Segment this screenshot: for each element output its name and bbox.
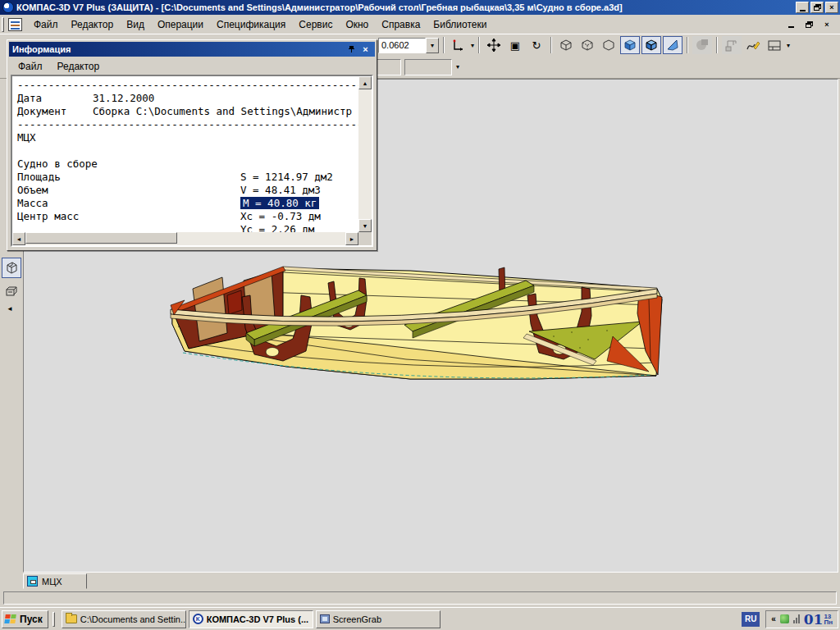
- kompas-app-icon: [2, 2, 14, 13]
- horizontal-scrollbar[interactable]: ◄ ►: [12, 232, 358, 245]
- task-screengrab[interactable]: ScreenGrab: [316, 610, 441, 628]
- tab-mcx[interactable]: МЦХ: [23, 573, 87, 589]
- selected-mass-value: M = 40.80 кг: [240, 197, 319, 209]
- menu-operations[interactable]: Операции: [151, 16, 210, 33]
- display-cutaway-button[interactable]: [663, 36, 682, 54]
- menu-service[interactable]: Сервис: [292, 16, 339, 33]
- collapse-arrow-icon[interactable]: ◄: [7, 305, 13, 313]
- pan-button[interactable]: [484, 36, 504, 54]
- display-hidden-removed-button[interactable]: [599, 36, 619, 54]
- properties-dropdown[interactable]: ▾: [787, 42, 790, 49]
- menu-specification[interactable]: Спецификация: [210, 16, 292, 33]
- report-row-center-y: Yc = 2.26 дм: [17, 223, 358, 232]
- report-row-mcx: МЦХ: [17, 131, 358, 144]
- scroll-left-icon[interactable]: ◄: [12, 232, 25, 245]
- information-text-area: ----------------------------------------…: [11, 75, 373, 247]
- taskbar: Пуск C:\Documents and Settin... К КОМПАС…: [0, 607, 840, 630]
- param-dropdown[interactable]: ▾: [456, 63, 459, 71]
- task-explorer[interactable]: C:\Documents and Settin...: [62, 610, 186, 628]
- pin-icon[interactable]: [345, 44, 358, 55]
- information-dialog-title: Информация: [12, 44, 71, 54]
- report-row-area: ПлощадьS = 1214.97 дм2: [17, 171, 358, 184]
- menu-help[interactable]: Справка: [375, 16, 427, 33]
- mass-properties-report: ----------------------------------------…: [12, 76, 358, 232]
- kompas-logo-icon: К: [193, 614, 203, 624]
- start-button-label: Пуск: [20, 614, 43, 625]
- report-row-center-x: Центр массXc = -0.73 дм: [17, 210, 358, 223]
- boolean-operation-button: [692, 36, 712, 54]
- orientation-dropdown[interactable]: ▾: [471, 42, 474, 49]
- spline-button[interactable]: [743, 36, 763, 54]
- view-scale-dropdown[interactable]: ▾: [426, 38, 439, 53]
- information-dialog-titlebar[interactable]: Информация ×: [9, 42, 375, 57]
- mdi-close-button[interactable]: ×: [820, 19, 833, 30]
- start-button[interactable]: Пуск: [2, 610, 48, 628]
- language-indicator[interactable]: RU: [742, 612, 760, 627]
- toolbar-separator: [478, 37, 480, 53]
- scrollbar-thumb[interactable]: [25, 232, 177, 244]
- display-hidden-thin-button[interactable]: [578, 36, 597, 54]
- clock-day: Пн: [824, 619, 833, 625]
- menu-view[interactable]: Вид: [120, 16, 151, 33]
- scroll-right-icon[interactable]: ►: [345, 232, 358, 245]
- menu-libraries[interactable]: Библиотеки: [427, 16, 493, 33]
- system-tray: « 01 13 Пн: [765, 610, 838, 628]
- menubar-grip[interactable]: [2, 17, 4, 32]
- report-row-volume: ОбъемV = 48.41 дм3: [17, 184, 358, 197]
- tray-clock[interactable]: 01 13 Пн: [804, 611, 833, 628]
- scroll-up-icon[interactable]: ▲: [358, 76, 372, 89]
- view-scale-value[interactable]: 0.0602: [378, 38, 426, 53]
- taskbar-grip: [52, 612, 55, 627]
- menu-editor[interactable]: Редактор: [65, 16, 121, 33]
- display-shaded-edges-button[interactable]: [641, 36, 661, 54]
- blank-line: [17, 144, 358, 158]
- param-field-2[interactable]: [404, 59, 452, 75]
- vertical-scrollbar[interactable]: ▲ ▼: [358, 76, 372, 232]
- dialog-menu-file[interactable]: Файл: [12, 59, 48, 74]
- folder-icon: [66, 614, 77, 623]
- separator-line: ----------------------------------------…: [17, 79, 358, 92]
- view-scale-combo[interactable]: 0.0602 ▾: [378, 38, 439, 53]
- toolbar-separator: [443, 37, 445, 53]
- assembly-mode-button[interactable]: [2, 281, 21, 301]
- document-tab-strip: МЦХ: [0, 573, 840, 589]
- status-message: [3, 591, 837, 605]
- network-signal-icon[interactable]: [793, 614, 800, 623]
- tab-mcx-label: МЦХ: [42, 577, 62, 587]
- report-row-date: Дата31.12.2000: [17, 92, 358, 105]
- dimensions-button: [722, 36, 742, 54]
- mdi-minimize-button[interactable]: [784, 19, 797, 30]
- status-bar: [0, 589, 840, 607]
- clock-hours: 01: [804, 611, 824, 628]
- dialog-menu-editor[interactable]: Редактор: [52, 59, 106, 74]
- boat-3d-model[interactable]: [160, 254, 669, 394]
- rotate-view-button[interactable]: ↻: [527, 36, 546, 54]
- menu-file[interactable]: Файл: [27, 16, 65, 33]
- mdi-restore-button[interactable]: [802, 19, 815, 30]
- menu-window[interactable]: Окно: [339, 16, 375, 33]
- toolbar-separator: [687, 37, 688, 53]
- window-titlebar: КОМПАС-3D V7 Plus (ЗАЩИТА) - [C:\Documen…: [0, 0, 840, 15]
- orientation-button[interactable]: [449, 36, 468, 54]
- scrollbar-corner: [358, 232, 372, 245]
- dialog-close-icon[interactable]: ×: [359, 44, 372, 55]
- display-shaded-button[interactable]: [620, 36, 640, 54]
- task-kompas[interactable]: К КОМПАС-3D V7 Plus (...: [189, 610, 313, 628]
- minimize-button[interactable]: [796, 2, 809, 13]
- part-mode-button[interactable]: [2, 258, 21, 278]
- display-wireframe-button[interactable]: [556, 36, 576, 54]
- tray-app-icon[interactable]: [780, 614, 789, 623]
- zoom-area-button[interactable]: ▣: [505, 36, 525, 54]
- information-dialog: Информация × Файл Редактор -------------…: [7, 39, 377, 251]
- scroll-down-icon[interactable]: ▼: [358, 219, 372, 232]
- windows-logo-icon: [4, 614, 17, 624]
- restore-button[interactable]: [810, 2, 824, 13]
- close-button[interactable]: ×: [825, 2, 838, 13]
- screengrab-icon: [320, 614, 330, 623]
- report-row-mass: МассаM = 40.80 кг: [17, 197, 358, 210]
- information-dialog-menu: Файл Редактор: [7, 58, 377, 75]
- properties-panel-button[interactable]: [765, 36, 784, 54]
- param-field-1[interactable]: [373, 59, 401, 75]
- document-system-icon[interactable]: [8, 18, 22, 31]
- tray-chevron-icon[interactable]: «: [771, 614, 776, 623]
